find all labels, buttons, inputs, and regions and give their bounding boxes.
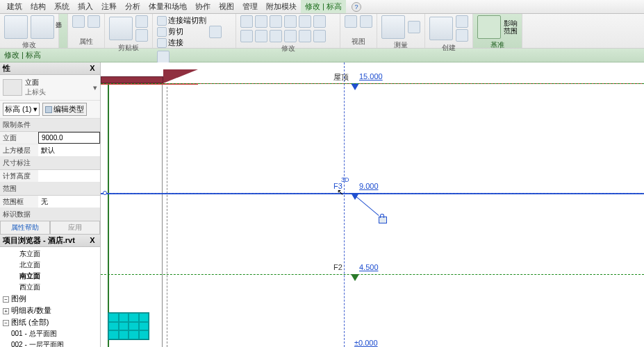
level-label-roof[interactable]: 屋顶 [333, 72, 349, 83]
level-value-f1[interactable]: ±0.000 [354, 339, 378, 347]
level-value-f2[interactable]: 4.500 [359, 263, 379, 271]
props-icon[interactable] [72, 15, 85, 28]
modify-tool-icon[interactable] [31, 15, 54, 39]
menu-item-view[interactable]: 视图 [215, 0, 238, 13]
value-compute[interactable] [38, 170, 100, 182]
join-geom-icon[interactable] [157, 38, 167, 48]
value-elevation[interactable]: 9000.0 [38, 132, 100, 144]
menu-item-annotate[interactable]: 注释 [97, 0, 121, 13]
create-icon[interactable] [429, 17, 453, 40]
drag-indicator-line [352, 193, 379, 216]
level-value-f3[interactable]: 9.000 [359, 182, 379, 190]
join-cut-icon[interactable] [157, 16, 167, 26]
mod-align-icon[interactable] [240, 15, 253, 28]
toggle-legends-icon[interactable]: − [3, 296, 9, 303]
menu-item-analyze[interactable]: 分析 [121, 0, 145, 13]
value-scopebox[interactable]: 无 [38, 196, 100, 208]
options-bar-title: 修改 | 标高 [4, 50, 41, 60]
view-i1-icon[interactable] [345, 15, 357, 28]
level-label-f2[interactable]: F2 [333, 263, 342, 271]
vertical-datum-line [344, 62, 345, 347]
tree-east-elev[interactable]: 东立面 [1, 248, 99, 260]
tree-legends[interactable]: −图例 [1, 293, 99, 305]
props-icon-2[interactable] [88, 15, 100, 28]
ribbon-group-geometry: 连接端切割 剪切 连接 几何图形 [153, 14, 236, 48]
menu-item-manage[interactable]: 管理 [238, 0, 262, 13]
cut-geom-icon[interactable] [157, 27, 167, 37]
mod-split-icon[interactable] [255, 30, 267, 42]
level-value-roof[interactable]: 15.000 [359, 72, 383, 81]
properties-type-row: 立面 上标头 ▾ [0, 75, 100, 101]
mod-array-icon[interactable] [270, 30, 282, 42]
copy-icon[interactable] [135, 29, 148, 42]
create-i3-icon[interactable] [456, 29, 468, 42]
mod-offset-icon[interactable] [255, 15, 267, 28]
tree-sheet-001[interactable]: 001 - 总平面图 [1, 328, 99, 339]
tree-south-elev[interactable]: 南立面 [1, 271, 99, 282]
properties-help-button[interactable]: 属性帮助 [0, 221, 50, 235]
measure-icon[interactable] [381, 15, 405, 39]
browser-tree: 东立面 北立面 南立面 西立面 −图例 +明细表/数量 −图纸 (全部) 001… [0, 247, 100, 347]
menu-item-struct[interactable]: 结构 [26, 0, 50, 13]
mod-rotate-icon[interactable] [313, 15, 326, 28]
type-dropdown-icon[interactable]: ▾ [93, 83, 97, 92]
measure-i2-icon[interactable] [408, 21, 420, 33]
type-name: 立面 [25, 78, 90, 87]
mod-mirror-icon[interactable] [270, 15, 282, 28]
tree-sheets[interactable]: −图纸 (全部) [1, 316, 99, 328]
level-ext-f3 [101, 193, 644, 194]
row-upper: 上方楼层 默认 [0, 144, 100, 157]
tree-schedules[interactable]: +明细表/数量 [1, 305, 99, 316]
ribbon-label-clipboard: 剪贴板 [109, 43, 148, 53]
ribbon-group-modify: 修改 [236, 14, 340, 48]
ribbon-label-datum: 基准 [477, 40, 518, 50]
menu-item-system[interactable]: 系统 [50, 0, 74, 13]
toggle-schedules-icon[interactable]: + [3, 308, 9, 314]
menu-item-modify-level[interactable]: 修改 | 标高 [301, 0, 346, 13]
scope-box-icon[interactable] [477, 15, 501, 39]
geom-i1-icon[interactable] [209, 26, 222, 38]
value-upper[interactable]: 默认 [38, 144, 100, 156]
instance-count-dropdown[interactable]: 标高 (1)▾ [3, 103, 40, 116]
datum-scope-label: 影响范围 [504, 19, 518, 35]
roof-section-1 [101, 76, 163, 83]
mod-move-icon[interactable] [284, 15, 297, 28]
section-identity: 标识数据 [0, 208, 100, 221]
browser-close-icon[interactable]: X [88, 236, 97, 246]
mod-delete-icon[interactable] [313, 30, 326, 42]
menu-item-addins[interactable]: 附加模块 [262, 0, 301, 13]
ribbon-label-measure: 测量 [381, 40, 420, 50]
ribbon-group-view: 视图 [340, 14, 377, 48]
menu-item-insert[interactable]: 插入 [74, 0, 97, 13]
menu-item-arch[interactable]: 建筑 [3, 0, 26, 13]
navigation-thumbnail[interactable] [108, 312, 149, 340]
tree-sheet-002[interactable]: 002 - 一层平面图 [1, 339, 99, 347]
ribbon-group-sep: 选择 [59, 14, 68, 48]
select-tool-icon[interactable] [4, 15, 28, 39]
level-line-f2[interactable] [101, 274, 644, 275]
mod-scale-icon[interactable] [284, 30, 297, 42]
lock-icon[interactable] [379, 214, 386, 222]
view-i2-icon[interactable] [360, 15, 372, 28]
mod-copy-icon[interactable] [299, 15, 311, 28]
toggle-sheets-icon[interactable]: − [3, 320, 9, 326]
menu-item-massing[interactable]: 体量和场地 [145, 0, 191, 13]
properties-close-icon[interactable]: X [88, 64, 97, 74]
cut-icon[interactable] [135, 15, 148, 28]
properties-apply-button[interactable]: 应用 [50, 221, 100, 235]
geom-i2-icon[interactable] [157, 51, 170, 63]
drawing-canvas[interactable]: 屋顶 15.000 F3 9.000 3D ↖ F2 4.500 ±0.000 [101, 62, 644, 347]
help-icon[interactable]: ? [352, 2, 361, 12]
tree-north-elev[interactable]: 北立面 [1, 260, 99, 271]
join-cut-label: 连接端切割 [168, 15, 206, 26]
create-i2-icon[interactable] [456, 15, 468, 28]
edit-type-button[interactable]: 编辑类型 [42, 103, 87, 116]
paste-icon[interactable] [109, 17, 133, 40]
mod-trim-icon[interactable] [240, 30, 253, 42]
level-endpoint-f3[interactable] [103, 191, 107, 195]
menu-item-collab[interactable]: 协作 [191, 0, 215, 13]
tree-west-elev[interactable]: 西立面 [1, 282, 99, 293]
level-marker-f2[interactable] [351, 274, 359, 281]
mod-pin-icon[interactable] [299, 30, 311, 42]
level-marker-roof[interactable] [351, 83, 359, 90]
